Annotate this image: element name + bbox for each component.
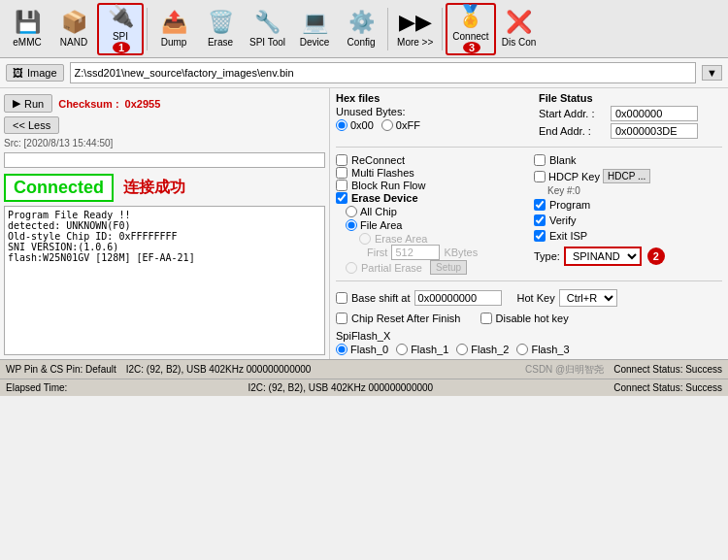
hdcp-button[interactable]: HDCP ... [603, 169, 650, 183]
end-addr-value: 0x000003DE [611, 123, 698, 139]
connected-chinese: 连接成功 [123, 178, 185, 198]
flash-radio-row: Flash_0 Flash_1 Flash_2 Flash_3 [336, 344, 722, 355]
sep3 [442, 8, 443, 50]
hdcp-row: HDCP Key HDCP ... [534, 169, 722, 183]
exit-isp-check[interactable] [534, 230, 546, 242]
erase-area-row: Erase Area [359, 233, 524, 245]
toolbar-disconnect[interactable]: ❌ Dis Con [496, 3, 543, 55]
flash3-option[interactable]: Flash_3 [516, 344, 569, 355]
flash1-radio[interactable] [396, 344, 408, 355]
file-area-option[interactable]: File Area [346, 219, 402, 231]
exit-isp-row: Exit ISP [534, 230, 722, 242]
less-button[interactable]: << Less [4, 116, 59, 134]
log-box: Program File Ready !! detected: UNKNOWN(… [4, 206, 325, 355]
path-dropdown[interactable]: ▼ [702, 65, 722, 81]
toolbar-spitool[interactable]: 🔧 SPI Tool [244, 3, 291, 55]
disconnect-label: Dis Con [502, 37, 537, 48]
block-run-check[interactable] [336, 180, 347, 191]
hdcp-check[interactable] [534, 171, 546, 182]
erase-label: Erase [208, 37, 233, 48]
path-input[interactable] [70, 62, 697, 83]
start-addr-row: Start Addr. : 0x000000 [539, 106, 722, 121]
first-input[interactable] [391, 245, 440, 260]
toolbar-dump[interactable]: 📤 Dump [150, 3, 197, 55]
file-area-row: File Area [346, 219, 524, 231]
flash3-radio[interactable] [516, 344, 528, 355]
base-shift-row: Base shift at [336, 290, 502, 306]
reconnect-check[interactable] [336, 154, 347, 166]
image-button[interactable]: 🖼 Image [6, 64, 64, 82]
log-line-3: Old-style Chip ID: 0xFFFFFFFF [8, 231, 321, 242]
base-shift-input[interactable] [414, 290, 502, 306]
all-chip-option[interactable]: All Chip [346, 206, 397, 217]
first-row: First KBytes [367, 245, 524, 260]
hex-0xFF-label: 0xFF [396, 119, 420, 131]
toolbar-device[interactable]: 💻 Device [291, 3, 338, 55]
status-bar: WP Pin & CS Pin: Default I2C: (92, B2), … [0, 359, 728, 379]
hex-0xFF-radio[interactable] [381, 119, 393, 131]
less-btn-row: << Less [4, 116, 325, 134]
blank-col: Blank HDCP Key HDCP ... Key #:0 Program [534, 153, 722, 268]
toolbar-erase[interactable]: 🗑️ Erase [197, 3, 244, 55]
partial-erase-radio[interactable] [346, 262, 357, 274]
spiflash-title: SpiFlash_X [336, 330, 390, 342]
hex-0x00-radio[interactable] [336, 119, 347, 131]
blank-check[interactable] [534, 154, 546, 166]
flash2-radio[interactable] [456, 344, 468, 355]
hotkey-select[interactable]: Ctrl+R [559, 289, 617, 307]
multi-flashes-check[interactable] [336, 167, 347, 179]
erase-device-check[interactable] [336, 192, 347, 204]
hex-0x00-option[interactable]: 0x00 [336, 119, 374, 131]
toolbar-more[interactable]: ▶▶ More >> [391, 3, 439, 55]
file-area-radio[interactable] [346, 219, 357, 231]
run-button[interactable]: ▶ Run [4, 94, 52, 113]
hex-radio-row: 0x00 0xFF [336, 119, 519, 131]
badge1: 1 [113, 42, 130, 53]
badge2: 2 [647, 247, 665, 265]
divider1 [336, 147, 722, 148]
base-hotkey-row: Base shift at Hot Key Ctrl+R [336, 287, 722, 309]
program-check[interactable] [534, 199, 546, 211]
partial-erase-row: Partial Erase Setup [346, 260, 524, 275]
start-addr-label: Start Addr. : [539, 108, 607, 119]
flash2-option[interactable]: Flash_2 [456, 344, 509, 355]
disable-hotkey-check[interactable] [480, 313, 492, 324]
type-select[interactable]: SPINAND SPI NOR eMMC [564, 247, 642, 266]
all-chip-radio[interactable] [346, 206, 357, 217]
erase-area-radio[interactable] [359, 233, 371, 245]
flash0-radio[interactable] [336, 344, 347, 355]
hex-0xFF-option[interactable]: 0xFF [381, 119, 420, 131]
reconnect-row: ReConnect [336, 154, 524, 166]
device-label: Device [300, 37, 330, 48]
toolbar-spi[interactable]: 🔌 SPI 1 [97, 3, 144, 55]
chip-reset-check[interactable] [336, 313, 347, 324]
exit-isp-label: Exit ISP [549, 230, 587, 242]
more-label: More >> [397, 37, 433, 48]
file-status-title: File Status [539, 92, 722, 104]
unused-bytes-label: Unused Bytes: [336, 106, 406, 117]
elapsed-label: Elapsed Time: [6, 382, 67, 393]
multi-flashes-label: Multi Flashes [351, 167, 414, 179]
left-options: ReConnect Multi Flashes Block Run Flow E… [336, 153, 524, 275]
flash0-option[interactable]: Flash_0 [336, 344, 388, 355]
toolbar-nand[interactable]: 📦 NAND [50, 3, 97, 55]
file-area-label: File Area [360, 219, 402, 231]
setup-button[interactable]: Setup [430, 260, 467, 275]
elapsed-bar: Elapsed Time: I2C: (92, B2), USB 402KHz … [0, 379, 728, 396]
image-label: Image [27, 67, 57, 79]
first-label: First [367, 247, 387, 258]
erase-device-row: Erase Device [336, 192, 524, 204]
base-shift-check[interactable] [336, 292, 347, 304]
toolbar-emmc[interactable]: 💾 eMMC [4, 3, 50, 55]
hex-filestatus-section: Hex files Unused Bytes: 0x00 0xFF File [336, 92, 722, 141]
sep1 [147, 8, 148, 50]
verify-check[interactable] [534, 214, 546, 226]
erase-area-label: Erase Area [375, 233, 427, 245]
toolbar-config[interactable]: ⚙️ Config [338, 3, 384, 55]
toolbar: 💾 eMMC 📦 NAND 🔌 SPI 1 📤 Dump 🗑️ Erase 🔧 … [0, 0, 728, 58]
config-label: Config [347, 37, 376, 48]
i2c-status: I2C: (92, B2), USB 402KHz 000000000000 [126, 364, 515, 375]
toolbar-connect[interactable]: 🏅 Connect 3 [446, 3, 495, 55]
flash1-option[interactable]: Flash_1 [396, 344, 448, 355]
log-line-5: flash:W25N01GV [128M] [EF-AA-21] [8, 252, 321, 263]
